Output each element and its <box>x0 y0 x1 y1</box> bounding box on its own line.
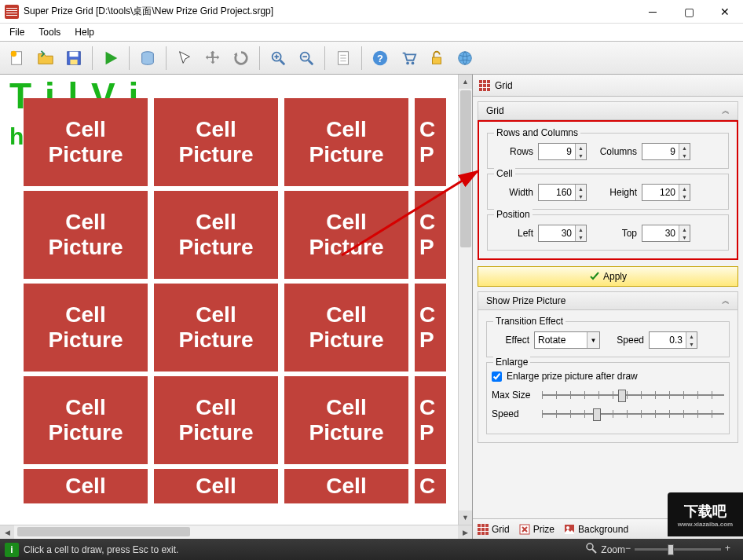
canvas-pane: T i l V i ht CellPictureCellPictureCellP… <box>0 75 473 539</box>
menu-file[interactable]: File <box>3 25 31 39</box>
grid-cell[interactable]: CellPicture <box>284 284 408 372</box>
rows-cols-group: Rows and Columns Rows ▲▼ Columns ▲▼ <box>487 133 729 169</box>
spin-up-icon[interactable]: ▲ <box>576 144 586 152</box>
globe-button[interactable] <box>452 46 478 71</box>
tab-grid[interactable]: Grid <box>478 524 510 535</box>
grid-cell[interactable]: CellPicture <box>284 376 408 464</box>
unlock-button[interactable] <box>424 46 449 71</box>
grid-cell[interactable]: CellPicture <box>284 98 408 186</box>
grid-cell[interactable]: CellPicture <box>284 191 408 279</box>
rotate-button[interactable] <box>229 46 254 71</box>
svg-rect-4 <box>70 59 77 64</box>
effect-combo[interactable]: ▼ <box>534 331 600 349</box>
grid-cell[interactable]: CellPicture <box>154 98 278 186</box>
grid-cell[interactable]: CP <box>415 98 446 186</box>
grid-cell[interactable]: CP <box>415 191 446 279</box>
zoom-in-button[interactable] <box>265 46 291 71</box>
grid-cell[interactable]: CellPicture <box>154 284 278 372</box>
grid-cell[interactable]: Cell <box>24 469 148 503</box>
grid-cell[interactable]: CP <box>415 284 446 372</box>
save-button[interactable] <box>61 46 86 71</box>
new-button[interactable] <box>5 46 30 71</box>
zoom-icon <box>585 542 598 557</box>
maxsize-slider[interactable] <box>542 388 724 402</box>
database-button[interactable] <box>135 46 160 71</box>
height-label: Height <box>591 187 637 198</box>
watermark: 下载吧 www.xiazaiba.com <box>668 492 743 536</box>
open-button[interactable] <box>33 46 58 71</box>
menu-tools[interactable]: Tools <box>32 25 67 39</box>
grid-cell[interactable]: CellPicture <box>154 376 278 464</box>
play-button[interactable] <box>98 46 123 71</box>
grid-cell[interactable]: CellPicture <box>24 284 148 372</box>
scroll-left-icon[interactable]: ◀ <box>0 525 14 539</box>
scroll-up-icon[interactable]: ▲ <box>459 75 472 89</box>
speed-input[interactable]: ▲▼ <box>649 331 697 349</box>
pointer-button[interactable] <box>172 46 197 71</box>
chevron-down-icon[interactable]: ▼ <box>587 332 599 348</box>
width-input[interactable]: ▲▼ <box>538 184 587 201</box>
zoom-minus-icon[interactable]: − <box>625 543 631 554</box>
rows-input[interactable]: ▲▼ <box>538 143 587 160</box>
top-input[interactable]: ▲▼ <box>642 225 690 242</box>
svg-point-19 <box>406 61 409 64</box>
check-icon <box>589 271 600 282</box>
width-label: Width <box>492 187 533 198</box>
tab-background[interactable]: Background <box>564 524 628 535</box>
top-label: Top <box>591 228 637 239</box>
grid-cell[interactable]: Cell <box>154 469 278 503</box>
maximize-button[interactable]: ▢ <box>671 0 707 23</box>
apply-button[interactable]: Apply <box>478 266 738 287</box>
height-input[interactable]: ▲▼ <box>642 184 690 201</box>
scroll-right-icon[interactable]: ▶ <box>458 525 472 539</box>
menu-bar: File Tools Help <box>0 24 743 42</box>
enlarge-checkbox[interactable]: Enlarge prize picture after draw <box>492 371 724 382</box>
scroll-thumb-h[interactable] <box>17 527 190 536</box>
grid-cell[interactable]: Cell <box>284 469 408 503</box>
status-hint: Click a cell to draw, press Esc to exit. <box>24 544 178 555</box>
grid-cell[interactable]: CellPicture <box>24 376 148 464</box>
grid-cell[interactable]: CellPicture <box>24 191 148 279</box>
svg-point-27 <box>566 526 569 529</box>
svg-point-20 <box>412 61 415 64</box>
scroll-down-icon[interactable]: ▼ <box>459 511 472 525</box>
chevron-up-icon: ︽ <box>722 105 730 116</box>
cart-button[interactable] <box>396 46 421 71</box>
app-icon <box>5 5 19 19</box>
zoom-label: Zoom <box>601 544 625 555</box>
chevron-up-icon: ︽ <box>722 295 730 306</box>
horizontal-scrollbar[interactable]: ◀ ▶ <box>0 525 472 539</box>
left-label: Left <box>492 228 533 239</box>
move-button[interactable] <box>200 46 225 71</box>
svg-rect-24 <box>478 524 489 535</box>
grid-cell[interactable]: C <box>415 469 446 503</box>
left-input[interactable]: ▲▼ <box>538 225 587 242</box>
help-button[interactable]: ? <box>368 46 393 71</box>
menu-help[interactable]: Help <box>68 25 101 39</box>
enlarge-group: Enlarge Enlarge prize picture after draw… <box>486 362 730 434</box>
background-icon <box>564 524 575 535</box>
zoom-slider[interactable]: − + <box>635 548 721 551</box>
tab-prize[interactable]: Prize <box>519 524 555 535</box>
effect-label: Effect <box>492 335 529 346</box>
spin-down-icon[interactable]: ▼ <box>576 152 586 159</box>
zoom-out-button[interactable] <box>294 46 319 71</box>
enlarge-speed-slider[interactable] <box>542 407 724 421</box>
grid-cell[interactable]: CellPicture <box>154 191 278 279</box>
scroll-thumb[interactable] <box>460 90 471 247</box>
columns-input[interactable]: ▲▼ <box>642 143 690 160</box>
section-grid-header[interactable]: Grid︽ <box>478 101 738 120</box>
close-button[interactable]: ✕ <box>707 0 743 23</box>
grid-cell[interactable]: CellPicture <box>24 98 148 186</box>
minimize-button[interactable]: ─ <box>635 0 671 23</box>
prize-grid: CellPictureCellPictureCellPictureCPCellP… <box>24 98 446 503</box>
svg-rect-21 <box>433 57 441 64</box>
canvas[interactable]: T i l V i ht CellPictureCellPictureCellP… <box>0 75 458 525</box>
zoom-plus-icon[interactable]: + <box>725 543 730 554</box>
document-button[interactable] <box>331 46 356 71</box>
grid-cell[interactable]: CP <box>415 376 446 464</box>
section-showprize-header[interactable]: Show Prize Picture︽ <box>478 291 738 310</box>
prize-icon <box>519 524 530 535</box>
svg-line-11 <box>309 60 313 64</box>
vertical-scrollbar[interactable]: ▲ ▼ <box>458 75 472 525</box>
